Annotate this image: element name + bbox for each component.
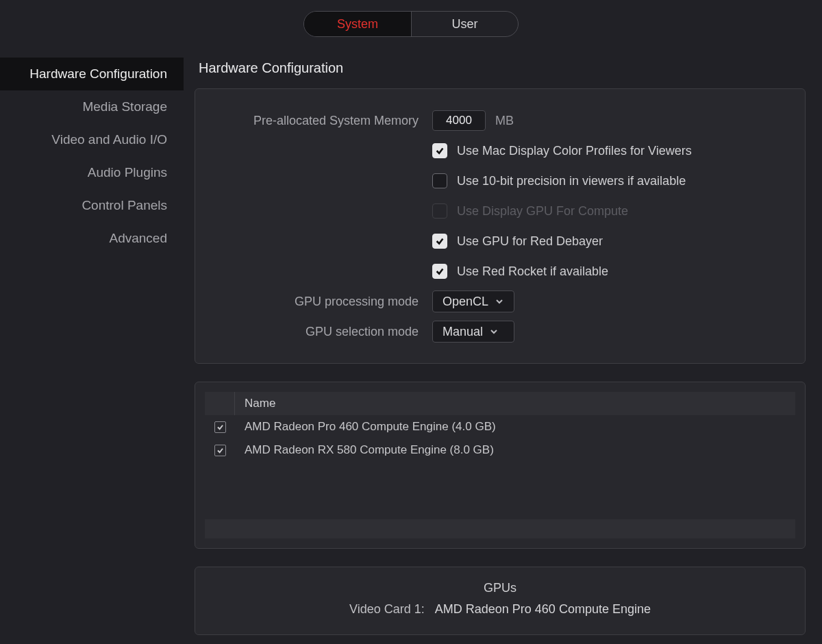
row-gpu-selection-mode: GPU selection mode Manual bbox=[213, 317, 787, 347]
row-check-10bit-precision: Use 10-bit precision in viewers if avail… bbox=[213, 166, 787, 196]
sidebar-item-media-storage[interactable]: Media Storage bbox=[0, 90, 184, 123]
gpu-row-name: AMD Radeon Pro 460 Compute Engine (4.0 G… bbox=[235, 420, 496, 434]
row-gpu-processing-mode: GPU processing mode OpenCL bbox=[213, 286, 787, 317]
gpu-info-card-value: AMD Radeon Pro 460 Compute Engine bbox=[435, 602, 651, 616]
checkbox-red-rocket[interactable] bbox=[432, 264, 447, 279]
sidebar-item-advanced[interactable]: Advanced bbox=[0, 222, 184, 255]
gpu-table-header: Name bbox=[205, 392, 795, 415]
gpu-info-card-label: Video Card 1: bbox=[349, 602, 425, 616]
gpu-row-checkbox[interactable] bbox=[214, 445, 226, 456]
main-content: Hardware Configuration Pre-allocated Sys… bbox=[184, 53, 822, 635]
sidebar-item-label: Audio Plugins bbox=[88, 165, 167, 180]
page-title: Hardware Configuration bbox=[195, 53, 806, 88]
sidebar-item-audio-plugins[interactable]: Audio Plugins bbox=[0, 156, 184, 189]
check-icon bbox=[435, 267, 445, 276]
gpu-table-footer-bar bbox=[205, 519, 795, 538]
mem-label: Pre-allocated System Memory bbox=[213, 114, 432, 128]
checkbox-label: Use Red Rocket if available bbox=[457, 264, 608, 279]
check-icon bbox=[216, 423, 224, 431]
sidebar-item-control-panels[interactable]: Control Panels bbox=[0, 189, 184, 222]
gpu-table-header-name: Name bbox=[235, 397, 275, 410]
checkbox-gpu-red-debayer[interactable] bbox=[432, 234, 447, 249]
checkbox-label: Use GPU for Red Debayer bbox=[457, 234, 603, 249]
gpu-table: Name AMD Radeon Pro 460 Compute Engine (… bbox=[205, 392, 795, 538]
top-tab-bar: System User bbox=[0, 0, 822, 53]
sidebar-item-label: Media Storage bbox=[82, 99, 167, 114]
gpu-table-row[interactable]: AMD Radeon RX 580 Compute Engine (8.0 GB… bbox=[205, 438, 795, 462]
sidebar-item-label: Control Panels bbox=[82, 198, 167, 213]
system-user-segmented: System User bbox=[303, 11, 519, 37]
chevron-down-icon bbox=[490, 327, 498, 336]
checkbox-display-gpu-compute bbox=[432, 203, 447, 219]
row-check-gpu-red-debayer: Use GPU for Red Debayer bbox=[213, 226, 787, 256]
mem-unit: MB bbox=[495, 114, 514, 128]
sidebar-item-video-audio-io[interactable]: Video and Audio I/O bbox=[0, 123, 184, 156]
gpu-proc-label: GPU processing mode bbox=[213, 295, 432, 309]
checkbox-label: Use 10-bit precision in viewers if avail… bbox=[457, 174, 686, 188]
gpu-sel-label: GPU selection mode bbox=[213, 325, 432, 339]
gpu-table-empty-space bbox=[205, 462, 795, 519]
row-preallocated-memory: Pre-allocated System Memory MB bbox=[213, 106, 787, 136]
tab-system[interactable]: System bbox=[304, 12, 411, 36]
checkbox-label: Use Display GPU For Compute bbox=[457, 204, 628, 219]
mem-input[interactable] bbox=[432, 110, 486, 131]
hardware-settings-panel: Pre-allocated System Memory MB Use Mac D… bbox=[195, 88, 806, 364]
gpu-table-row[interactable]: AMD Radeon Pro 460 Compute Engine (4.0 G… bbox=[205, 415, 795, 438]
sidebar-item-hardware-configuration[interactable]: Hardware Configuration bbox=[0, 58, 184, 90]
sidebar-item-label: Video and Audio I/O bbox=[51, 132, 167, 147]
check-icon bbox=[435, 236, 445, 246]
gpu-list-panel: Name AMD Radeon Pro 460 Compute Engine (… bbox=[195, 382, 806, 549]
select-value: Manual bbox=[443, 325, 483, 339]
checkbox-label: Use Mac Display Color Profiles for Viewe… bbox=[457, 144, 692, 158]
checkbox-mac-color-profiles[interactable] bbox=[432, 143, 447, 158]
gpu-processing-mode-select[interactable]: OpenCL bbox=[432, 290, 514, 312]
gpu-row-checkbox[interactable] bbox=[214, 421, 226, 433]
sidebar-item-label: Advanced bbox=[109, 231, 167, 246]
check-icon bbox=[216, 447, 224, 454]
gpu-row-name: AMD Radeon RX 580 Compute Engine (8.0 GB… bbox=[235, 443, 494, 457]
select-value: OpenCL bbox=[443, 295, 488, 309]
gpu-info-title: GPUs bbox=[213, 581, 787, 595]
settings-sidebar: Hardware Configuration Media Storage Vid… bbox=[0, 53, 184, 635]
gpu-info-panel: GPUs Video Card 1: AMD Radeon Pro 460 Co… bbox=[195, 567, 806, 635]
sidebar-item-label: Hardware Configuration bbox=[29, 66, 167, 82]
gpu-info-line: Video Card 1: AMD Radeon Pro 460 Compute… bbox=[213, 602, 787, 617]
check-icon bbox=[435, 146, 445, 156]
row-check-mac-color-profiles: Use Mac Display Color Profiles for Viewe… bbox=[213, 136, 787, 166]
row-check-display-gpu-compute: Use Display GPU For Compute bbox=[213, 196, 787, 226]
gpu-selection-mode-select[interactable]: Manual bbox=[432, 321, 514, 343]
checkbox-10bit-precision[interactable] bbox=[432, 173, 447, 188]
chevron-down-icon bbox=[495, 297, 503, 306]
row-check-red-rocket: Use Red Rocket if available bbox=[213, 256, 787, 286]
tab-user[interactable]: User bbox=[411, 12, 518, 36]
